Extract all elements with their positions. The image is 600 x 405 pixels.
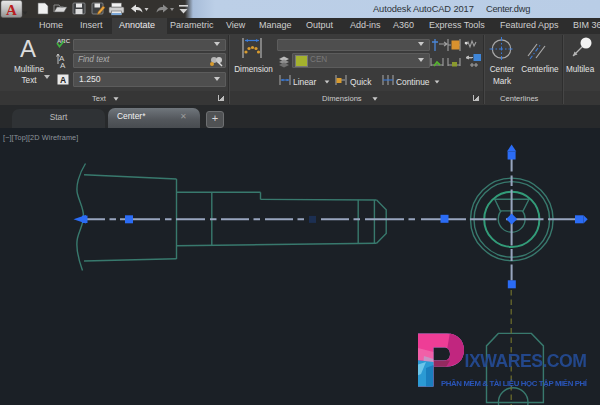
svg-text:IXWARES.COM: IXWARES.COM [465,351,588,371]
svg-text:A: A [60,61,66,70]
svg-text:PHẦN MỀM & TÀI LIỆU HỌC TẬP MI: PHẦN MỀM & TÀI LIỆU HỌC TẬP MIỄN PHÍ [441,378,588,388]
svg-text:A: A [6,2,17,18]
svg-text:A: A [60,75,66,85]
